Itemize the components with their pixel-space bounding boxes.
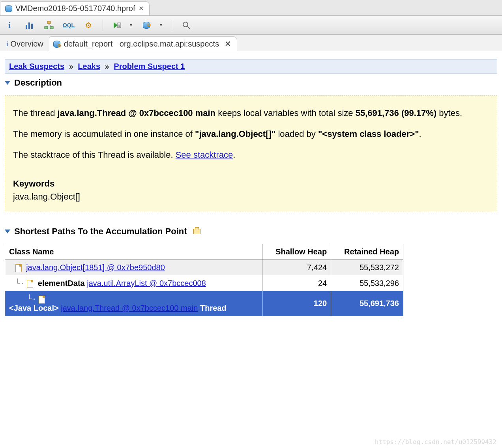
file-tab[interactable]: VMDemo2018-05-05170740.hprof ✕ [1, 1, 150, 15]
svg-rect-0 [26, 25, 27, 29]
file-tabbar: VMDemo2018-05-05170740.hprof ✕ [0, 0, 502, 16]
subtab-bar: i Overview ⚙ default_report org.eclipse.… [0, 35, 502, 51]
tree-branch-icon: └· [15, 278, 25, 288]
cell-class-name: java.lang.Object[1851] @ 0x7be950d80 [5, 260, 263, 276]
tab-label-suffix: org.eclipse.mat.api:suspects [120, 39, 219, 49]
object-icon [15, 264, 22, 272]
svg-line-6 [46, 24, 49, 26]
svg-line-7 [49, 24, 52, 26]
close-icon[interactable]: ✕ [225, 39, 231, 49]
object-icon [27, 280, 33, 288]
object-link[interactable]: java.util.ArrayList @ 0x7bccec008 [87, 279, 206, 287]
tab-default-report[interactable]: ⚙ default_report org.eclipse.mat.api:sus… [49, 36, 237, 51]
tab-overview[interactable]: i Overview [2, 37, 49, 51]
report-icon: ⚙ [53, 39, 62, 49]
col-retained-heap: Retained Heap [331, 244, 403, 260]
cell-retained: 55,691,736 [331, 291, 403, 316]
description-paragraph: The thread java.lang.Thread @ 0x7bccec10… [13, 106, 489, 119]
section-title: Shortest Paths To the Accumulation Point [14, 226, 187, 237]
object-link[interactable]: java.lang.Thread @ 0x7bccec100 main [61, 304, 198, 312]
object-link[interactable]: java.lang.Object[1851] @ 0x7be950d80 [26, 263, 165, 272]
open-report-icon[interactable] [193, 229, 200, 234]
svg-rect-5 [50, 26, 53, 29]
description-paragraph: The stacktrace of this Thread is availab… [13, 148, 489, 161]
object-icon [39, 296, 45, 304]
cell-retained: 55,533,272 [331, 260, 403, 276]
svg-marker-8 [114, 22, 118, 28]
breadcrumb-sep: » [103, 62, 112, 71]
section-title: Description [14, 78, 62, 88]
histogram-icon[interactable] [24, 20, 35, 31]
query-browser-icon[interactable]: ⚙ [142, 20, 153, 31]
toolbar: i OQL ⚙ ▼ ⚙▼ [0, 16, 502, 35]
chevron-down-icon[interactable]: ▼ [129, 23, 133, 27]
tab-label: Overview [10, 39, 43, 49]
gear-icon[interactable]: ⚙ [83, 20, 94, 31]
description-paragraph: The memory is accumulated in one instanc… [13, 127, 489, 140]
breadcrumb-sep: » [67, 62, 76, 71]
cell-retained: 55,533,296 [331, 275, 403, 291]
file-tab-label: VMDemo2018-05-05170740.hprof [15, 4, 135, 13]
section-description-head[interactable]: Description [5, 78, 497, 88]
heap-dump-icon [5, 5, 12, 12]
see-stacktrace-link[interactable]: See stacktrace [176, 150, 233, 160]
toolbar-separator [103, 19, 103, 31]
cell-shallow: 120 [263, 291, 331, 316]
chevron-down-icon[interactable]: ▼ [159, 23, 163, 27]
svg-rect-2 [31, 24, 33, 29]
svg-rect-1 [28, 22, 30, 29]
col-class-name: Class Name [5, 244, 263, 260]
svg-point-13 [183, 22, 188, 27]
cell-shallow: 7,424 [263, 260, 331, 276]
section-shortest-paths-head[interactable]: Shortest Paths To the Accumulation Point [5, 226, 497, 237]
oql-icon[interactable]: OQL [63, 20, 74, 31]
run-report-icon[interactable] [112, 20, 123, 31]
shortest-paths-table: Class Name Shallow Heap Retained Heap ja… [5, 244, 403, 316]
overview-icon[interactable]: i [4, 20, 15, 31]
cell-shallow: 24 [263, 275, 331, 291]
close-icon[interactable]: ✕ [139, 5, 144, 12]
tree-branch-icon: └· [27, 294, 37, 304]
table-row[interactable]: └· elementData java.util.ArrayList @ 0x7… [5, 275, 403, 291]
breadcrumb: Leak Suspects » Leaks » Problem Suspect … [5, 59, 497, 74]
chevron-down-icon [5, 230, 10, 233]
svg-line-14 [187, 26, 190, 29]
svg-rect-4 [45, 26, 48, 29]
search-icon[interactable] [181, 20, 192, 31]
breadcrumb-link[interactable]: Problem Suspect 1 [114, 62, 185, 71]
keywords-heading: Keywords [13, 177, 489, 190]
info-icon: i [6, 41, 8, 48]
table-header-row: Class Name Shallow Heap Retained Heap [5, 244, 403, 260]
svg-rect-3 [47, 21, 51, 24]
cell-class-name: └· elementData java.util.ArrayList @ 0x7… [5, 275, 263, 291]
toolbar-separator [172, 19, 172, 31]
col-shallow-heap: Shallow Heap [263, 244, 331, 260]
cell-class-name: └· <Java Local> java.lang.Thread @ 0x7bc… [5, 291, 263, 316]
breadcrumb-link[interactable]: Leaks [78, 62, 100, 71]
chevron-down-icon [5, 81, 10, 85]
keywords-value: java.lang.Object[] [13, 190, 489, 203]
table-row[interactable]: java.lang.Object[1851] @ 0x7be950d80 7,4… [5, 260, 403, 276]
tab-label-prefix: default_report [64, 39, 112, 49]
description-box: The thread java.lang.Thread @ 0x7bccec10… [5, 95, 497, 212]
breadcrumb-link[interactable]: Leak Suspects [9, 62, 64, 71]
dominator-tree-icon[interactable] [43, 20, 54, 31]
table-row[interactable]: └· <Java Local> java.lang.Thread @ 0x7bc… [5, 291, 403, 316]
report-content: Leak Suspects » Leaks » Problem Suspect … [0, 51, 502, 332]
